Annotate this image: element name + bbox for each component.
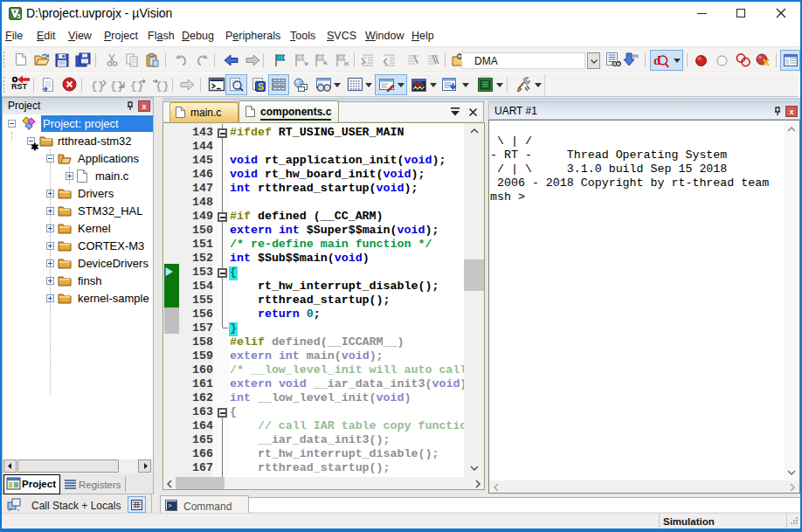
svg-text:5: 5 <box>17 13 21 19</box>
svg-text:S: S <box>258 81 264 92</box>
svg-text:{}: {} <box>91 79 105 93</box>
svg-text:{}: {} <box>110 79 124 93</box>
svg-text:d: d <box>653 53 661 67</box>
